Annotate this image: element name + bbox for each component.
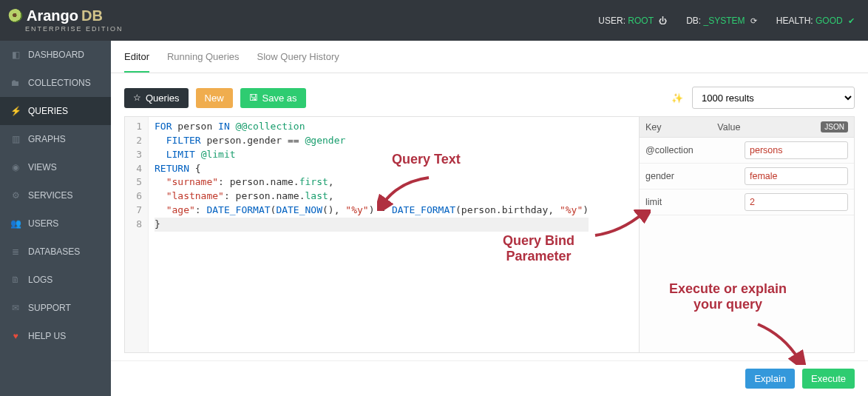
nav-label: DASHBOARD [28,50,84,60]
sidebar: ◧DASHBOARD🖿COLLECTIONS⚡QUERIES▥GRAPHS◉VI… [0,41,111,396]
save-as-button[interactable]: Save as [240,88,306,108]
power-icon[interactable]: ⏻ [659,16,667,25]
new-button[interactable]: New [196,88,233,108]
param-key: @collection [645,145,745,155]
nav-icon: ⚡ [10,106,21,116]
user-block[interactable]: USER: ROOT ⏻ [598,16,667,26]
param-value-input[interactable] [745,193,848,211]
execute-button[interactable]: Execute [802,369,855,389]
bind-params-panel: Key Value JSON @collectiongenderlimit [640,117,854,352]
nav-label: LOGS [28,275,52,285]
nav-label: COLLECTIONS [28,78,91,88]
param-row: gender [640,164,854,189]
nav-icon: ◉ [10,162,21,172]
nav-label: USERS [28,218,58,229]
sidebar-item-databases[interactable]: ≣DATABASES [0,238,111,266]
param-row: limit [640,189,854,215]
brand-subtitle: ENTERPRISE EDITION [9,26,123,33]
editor-footer: Explain Execute [111,360,868,396]
nav-label: DATABASES [28,246,80,257]
topbar-status: USER: ROOT ⏻ DB: _SYSTEM ⟳ HEALTH: GOOD … [598,16,855,26]
sidebar-item-logs[interactable]: 🗎LOGS [0,266,111,294]
avocado-icon [7,7,24,24]
code-area[interactable]: FOR person IN @@collection FILTER person… [149,117,594,352]
sidebar-item-support[interactable]: ✉SUPPORT [0,294,111,322]
tab-running-queries[interactable]: Running Queries [167,51,240,73]
param-row: @collection [640,138,854,164]
editor-toolbar: Queries New Save as ✨ 1000 results [124,87,855,109]
health-value: GOOD [816,16,843,26]
main-panel: Editor Running Queries Slow Query Histor… [111,41,868,396]
nav-icon: ▥ [10,134,21,144]
topbar: ArangoDB ENTERPRISE EDITION USER: ROOT ⏻… [0,0,868,41]
nav-icon: ♥ [10,331,21,341]
nav-icon: ◧ [10,50,21,60]
param-key: limit [645,197,745,207]
results-limit-select[interactable]: 1000 results [692,87,855,109]
line-gutter: 12345678 [125,117,149,352]
queries-button[interactable]: Queries [124,88,189,108]
sidebar-item-views[interactable]: ◉VIEWS [0,153,111,181]
user-value: ROOT [628,16,653,26]
magic-wand-icon[interactable]: ✨ [671,93,683,104]
health-block: HEALTH: GOOD ✔ [776,16,855,26]
nav-icon: ✉ [10,303,21,313]
nav-icon: ≣ [10,246,21,257]
params-value-header: Value [717,122,821,132]
nav-label: VIEWS [28,162,57,172]
db-value: _SYSTEM [703,16,745,26]
nav-label: HELP US [28,331,66,341]
refresh-icon[interactable]: ⟳ [750,16,757,25]
sidebar-item-users[interactable]: 👥USERS [0,209,111,238]
nav-icon: 👥 [10,218,21,229]
code-editor[interactable]: 12345678 FOR person IN @@collection FILT… [125,117,640,352]
param-value-input[interactable] [745,141,848,159]
sidebar-item-helpus[interactable]: ♥HELP US [0,322,111,350]
param-value-input[interactable] [745,167,848,185]
sidebar-item-dashboard[interactable]: ◧DASHBOARD [0,41,111,69]
query-tabs: Editor Running Queries Slow Query Histor… [111,41,868,73]
tab-editor[interactable]: Editor [124,51,149,73]
health-label: HEALTH: [776,16,813,26]
tab-slow-history[interactable]: Slow Query History [257,51,339,73]
params-key-header: Key [645,122,717,132]
brand-word-1: Arango [27,8,78,23]
db-label: DB: [686,16,701,26]
nav-icon: 🗎 [10,275,21,285]
sidebar-item-graphs[interactable]: ▥GRAPHS [0,125,111,153]
user-label: USER: [598,16,625,26]
json-toggle-button[interactable]: JSON [821,121,848,132]
db-block[interactable]: DB: _SYSTEM ⟳ [686,16,757,26]
params-header: Key Value JSON [640,117,854,138]
sidebar-item-queries[interactable]: ⚡QUERIES [0,97,111,125]
nav-label: SERVICES [28,190,72,201]
nav-label: GRAPHS [28,134,66,144]
brand[interactable]: ArangoDB ENTERPRISE EDITION [9,8,123,33]
nav-label: SUPPORT [28,303,71,313]
brand-word-2: DB [81,8,103,23]
nav-icon: ⚙ [10,190,21,201]
nav-icon: 🖿 [10,78,21,88]
sidebar-item-services[interactable]: ⚙SERVICES [0,181,111,209]
nav-label: QUERIES [28,106,68,116]
explain-button[interactable]: Explain [745,369,795,389]
sidebar-item-collections[interactable]: 🖿COLLECTIONS [0,69,111,97]
param-key: gender [645,171,745,181]
check-circle-icon: ✔ [848,16,855,25]
